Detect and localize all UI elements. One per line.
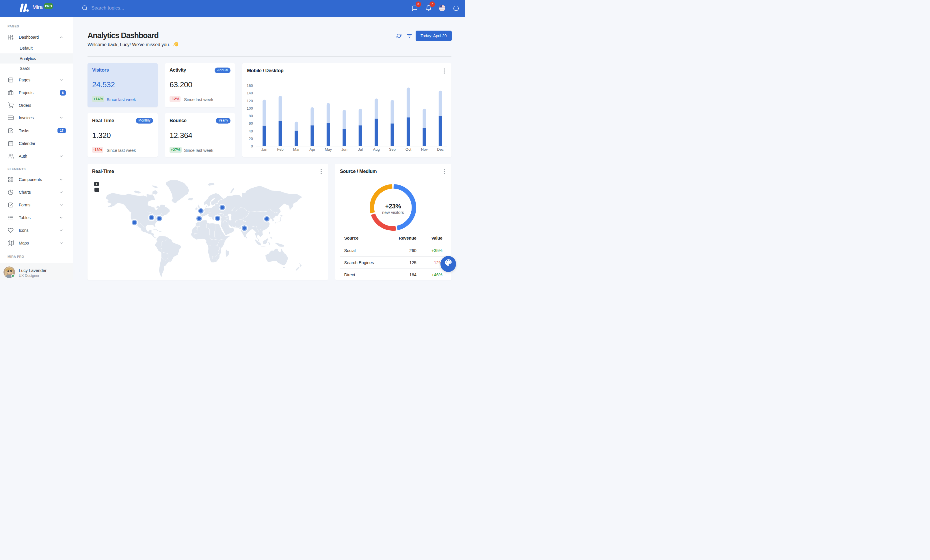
svg-text:Mar: Mar [293, 147, 300, 152]
svg-text:120: 120 [246, 99, 253, 103]
svg-text:Apr: Apr [309, 147, 316, 152]
svg-text:0: 0 [251, 144, 253, 148]
svg-text:Aug: Aug [373, 147, 380, 152]
svg-text:Jun: Jun [341, 147, 348, 152]
svg-text:80: 80 [249, 114, 253, 118]
svg-text:Sep: Sep [389, 147, 396, 152]
svg-text:40: 40 [249, 129, 253, 133]
svg-text:Feb: Feb [277, 147, 283, 152]
svg-text:Jul: Jul [358, 147, 363, 152]
svg-text:Oct: Oct [405, 147, 411, 152]
svg-text:Nov: Nov [421, 147, 428, 152]
svg-text:Dec: Dec [437, 147, 444, 152]
svg-text:Jan: Jan [262, 147, 268, 152]
svg-text:60: 60 [249, 121, 253, 126]
svg-text:May: May [325, 147, 332, 152]
svg-text:20: 20 [249, 137, 253, 141]
svg-text:100: 100 [246, 106, 253, 110]
svg-text:160: 160 [246, 83, 253, 88]
svg-text:140: 140 [246, 91, 253, 95]
